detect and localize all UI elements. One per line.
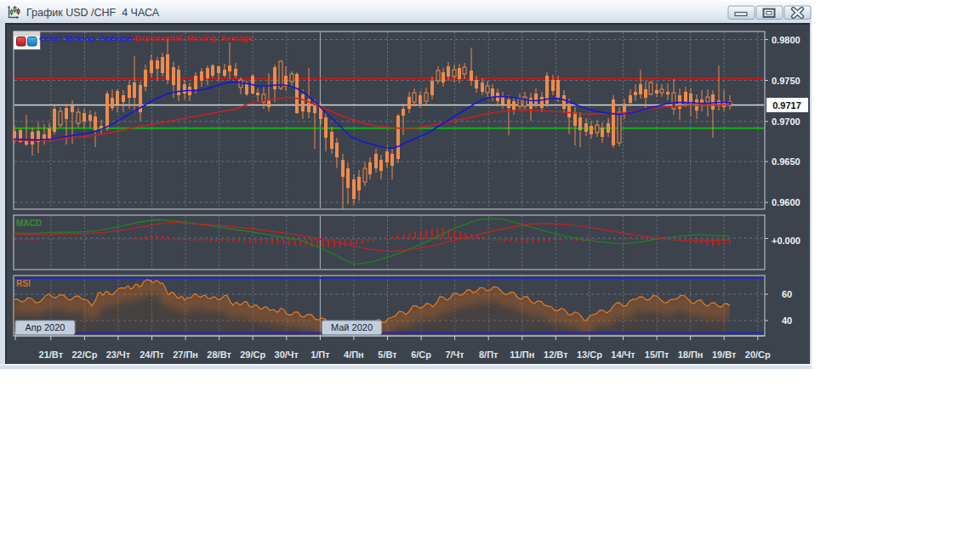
svg-text:21/Вт: 21/Вт (39, 349, 64, 360)
svg-text:6/Ср: 6/Ср (411, 349, 431, 360)
svg-text:60: 60 (782, 289, 792, 299)
svg-text:ential_Moving_Average: ential_Moving_Average (39, 33, 132, 43)
svg-text:5/Вт: 5/Вт (378, 349, 397, 360)
svg-text:28/Вт: 28/Вт (207, 349, 231, 360)
svg-text:27/Пн: 27/Пн (173, 349, 198, 360)
svg-text:14/Чт: 14/Чт (611, 349, 635, 360)
svg-text:12/Вт: 12/Вт (544, 349, 568, 360)
svg-text:Май 2020: Май 2020 (331, 322, 373, 332)
svg-text:8/Пт: 8/Пт (479, 349, 499, 360)
svg-text:0.9600: 0.9600 (772, 197, 801, 207)
svg-text:7/Чт: 7/Чт (445, 349, 464, 360)
svg-text:20/Ср: 20/Ср (745, 349, 771, 360)
svg-text:0.9700: 0.9700 (772, 116, 801, 127)
svg-text:29/Ср: 29/Ср (240, 349, 265, 360)
svg-text:0.9717: 0.9717 (772, 100, 801, 111)
svg-text:0.9800: 0.9800 (772, 35, 801, 45)
svg-text:-Exponential_Moving_Average: -Exponential_Moving_Average (132, 33, 253, 43)
svg-text:24/Пт: 24/Пт (140, 349, 164, 360)
svg-text:19/Вт: 19/Вт (712, 349, 737, 360)
svg-text:22/Ср: 22/Ср (71, 349, 97, 360)
svg-text:40: 40 (782, 315, 792, 326)
svg-text:13/Ср: 13/Ср (577, 349, 602, 360)
svg-text:1/Пт: 1/Пт (311, 349, 330, 360)
svg-text:+0.000: +0.000 (772, 236, 801, 246)
svg-text:MACD: MACD (16, 219, 42, 228)
svg-text:График USD /CHF 4 ЧАСА: График USD /CHF 4 ЧАСА (26, 7, 160, 19)
svg-text:15/Пт: 15/Пт (645, 349, 669, 360)
svg-text:0.9650: 0.9650 (772, 156, 801, 167)
svg-text:23/Чт: 23/Чт (106, 349, 131, 360)
svg-text:Апр 2020: Апр 2020 (26, 322, 66, 332)
svg-text:11/Пн: 11/Пн (510, 349, 534, 360)
svg-text:0.9750: 0.9750 (772, 76, 801, 86)
svg-text:4/Пн: 4/Пн (344, 349, 364, 360)
svg-text:18/Пн: 18/Пн (678, 349, 704, 360)
svg-text:RSI: RSI (16, 279, 31, 288)
svg-text:30/Чт: 30/Чт (275, 349, 299, 360)
